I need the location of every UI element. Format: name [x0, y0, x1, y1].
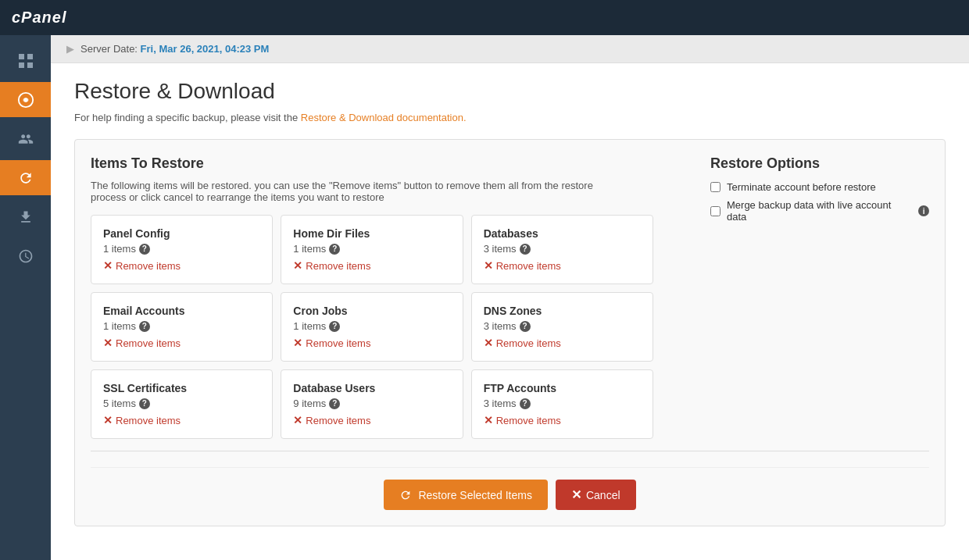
- item-card-count: 1 items ?: [293, 320, 450, 332]
- option-terminate-label: Terminate account before restore: [727, 181, 876, 193]
- item-card-title: Databases: [484, 227, 641, 240]
- restore-selected-button[interactable]: Restore Selected Items: [384, 480, 548, 510]
- item-card-count: 3 items ?: [484, 320, 641, 332]
- cancel-button[interactable]: ✕ Cancel: [556, 480, 636, 510]
- page-title: Restore & Download: [74, 79, 946, 104]
- remove-items-link[interactable]: ✕ Remove items: [293, 337, 450, 349]
- item-info-icon[interactable]: ?: [329, 321, 340, 332]
- sidebar-icon-download[interactable]: [8, 199, 43, 234]
- sidebar-icon-refresh[interactable]: [0, 160, 51, 195]
- item-card-count: 1 items ?: [293, 243, 450, 255]
- item-card-count: 5 items ?: [103, 398, 260, 409]
- restore-item-card: FTP Accounts 3 items ? ✕ Remove items: [471, 369, 653, 439]
- remove-items-label: Remove items: [496, 260, 561, 272]
- server-date-value: Fri, Mar 26, 2021, 04:23 PM: [141, 43, 270, 55]
- options-section: Restore Options Terminate account before…: [710, 155, 929, 229]
- sidebar: [0, 35, 51, 560]
- item-card-title: FTP Accounts: [484, 382, 641, 394]
- top-bar: cPanel: [0, 0, 969, 35]
- item-info-icon[interactable]: ?: [139, 321, 150, 332]
- sidebar-icon-users[interactable]: [8, 121, 43, 156]
- remove-items-label: Remove items: [306, 415, 370, 426]
- items-section: Items To Restore The following items wil…: [91, 155, 710, 439]
- remove-items-label: Remove items: [116, 337, 181, 349]
- page-content: Restore & Download For help finding a sp…: [51, 63, 969, 560]
- remove-x-icon: ✕: [484, 337, 493, 349]
- main-layout: ▶ Server Date: Fri, Mar 26, 2021, 04:23 …: [0, 35, 969, 560]
- remove-items-label: Remove items: [306, 337, 370, 349]
- restore-item-card: Databases 3 items ? ✕ Remove items: [471, 215, 653, 284]
- item-card-title: Database Users: [293, 382, 450, 394]
- server-date-bar: ▶ Server Date: Fri, Mar 26, 2021, 04:23 …: [51, 35, 969, 63]
- cancel-button-label: Cancel: [586, 489, 620, 501]
- item-info-icon[interactable]: ?: [139, 244, 150, 255]
- help-link[interactable]: Restore & Download documentation.: [301, 112, 467, 123]
- item-card-title: Home Dir Files: [293, 227, 450, 240]
- sidebar-icon-brand[interactable]: [0, 82, 51, 117]
- sidebar-icon-clock[interactable]: [8, 238, 43, 273]
- remove-x-icon: ✕: [293, 337, 302, 349]
- restore-header-row: Items To Restore The following items wil…: [91, 155, 929, 439]
- item-card-title: Email Accounts: [103, 305, 260, 317]
- breadcrumb-arrow: ▶: [66, 43, 74, 55]
- remove-items-link[interactable]: ✕ Remove items: [103, 414, 260, 426]
- remove-x-icon: ✕: [103, 259, 113, 272]
- item-info-icon[interactable]: ?: [520, 244, 531, 255]
- option-terminate: Terminate account before restore: [710, 181, 929, 193]
- remove-x-icon: ✕: [484, 414, 493, 426]
- restore-item-card: Email Accounts 1 items ? ✕ Remove items: [91, 292, 273, 362]
- restore-button-label: Restore Selected Items: [418, 489, 532, 501]
- item-card-title: DNS Zones: [484, 305, 641, 317]
- divider: [91, 451, 929, 451]
- checkbox-merge[interactable]: [710, 206, 720, 216]
- svg-rect-1: [27, 54, 33, 59]
- remove-items-link[interactable]: ✕ Remove items: [293, 414, 450, 426]
- logo-text: cPanel: [12, 9, 66, 26]
- svg-rect-2: [19, 62, 24, 68]
- bottom-actions: Restore Selected Items ✕ Cancel: [91, 467, 929, 510]
- help-text: For help finding a specific backup, plea…: [74, 112, 946, 123]
- remove-items-link[interactable]: ✕ Remove items: [293, 259, 450, 272]
- help-text-prefix: For help finding a specific backup, plea…: [74, 112, 301, 123]
- item-card-count: 3 items ?: [484, 398, 641, 409]
- remove-items-label: Remove items: [116, 260, 181, 272]
- remove-items-link[interactable]: ✕ Remove items: [484, 259, 641, 272]
- remove-items-link[interactable]: ✕ Remove items: [103, 259, 260, 272]
- remove-items-link[interactable]: ✕ Remove items: [103, 337, 260, 349]
- restore-item-card: SSL Certificates 5 items ? ✕ Remove item…: [91, 369, 273, 439]
- item-card-count: 1 items ?: [103, 243, 260, 255]
- item-info-icon[interactable]: ?: [329, 244, 340, 255]
- remove-items-link[interactable]: ✕ Remove items: [484, 414, 641, 426]
- remove-items-link[interactable]: ✕ Remove items: [484, 337, 641, 349]
- remove-items-label: Remove items: [496, 415, 561, 426]
- option-merge-label: Merge backup data with live account data: [727, 199, 912, 223]
- merge-info-icon[interactable]: i: [918, 205, 929, 216]
- checkbox-terminate[interactable]: [710, 182, 720, 192]
- items-grid: Panel Config 1 items ? ✕ Remove items Ho…: [91, 215, 653, 439]
- item-info-icon[interactable]: ?: [329, 398, 340, 409]
- remove-items-label: Remove items: [306, 260, 370, 272]
- remove-x-icon: ✕: [293, 259, 302, 272]
- remove-items-label: Remove items: [496, 337, 561, 349]
- item-card-title: Panel Config: [103, 227, 260, 240]
- item-card-title: Cron Jobs: [293, 305, 450, 317]
- restore-item-card: Home Dir Files 1 items ? ✕ Remove items: [281, 215, 463, 284]
- item-info-icon[interactable]: ?: [520, 398, 531, 409]
- remove-x-icon: ✕: [103, 414, 113, 426]
- options-title: Restore Options: [710, 155, 929, 172]
- server-date-label: Server Date:: [80, 43, 138, 55]
- item-card-count: 1 items ?: [103, 320, 260, 332]
- item-card-count: 3 items ?: [484, 243, 641, 255]
- item-card-title: SSL Certificates: [103, 382, 260, 394]
- item-info-icon[interactable]: ?: [520, 321, 531, 332]
- item-card-count: 9 items ?: [293, 398, 450, 409]
- remove-items-label: Remove items: [116, 415, 181, 426]
- item-info-icon[interactable]: ?: [139, 398, 150, 409]
- restore-item-card: DNS Zones 3 items ? ✕ Remove items: [471, 292, 653, 362]
- items-section-title: Items To Restore: [91, 155, 710, 172]
- remove-x-icon: ✕: [484, 259, 493, 272]
- cpanel-logo: cPanel: [12, 9, 66, 27]
- sidebar-icon-grid[interactable]: [8, 43, 43, 78]
- restore-container: Items To Restore The following items wil…: [74, 139, 946, 526]
- svg-rect-3: [27, 62, 33, 68]
